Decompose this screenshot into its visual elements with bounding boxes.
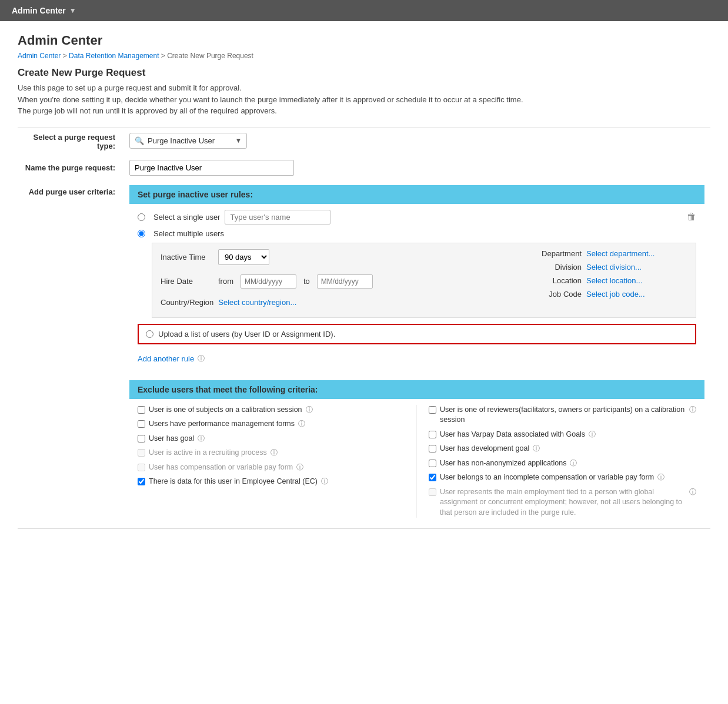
info-icon-8: ⓘ <box>589 430 596 440</box>
multiple-users-radio-row: Select multiple users <box>138 229 696 238</box>
exclude-item-calibration-subject: User is one of subjects on a calibration… <box>138 405 405 415</box>
top-nav-bar: Admin Center ▼ <box>0 0 728 21</box>
info-icon-10: ⓘ <box>570 458 577 468</box>
multiple-users-label: Select multiple users <box>153 229 224 238</box>
upload-row: Upload a list of users (by User ID or As… <box>138 324 696 344</box>
info-icon: ⓘ <box>198 354 205 364</box>
exclude-right-col: User is one of reviewers(facilitators, o… <box>417 405 696 518</box>
purge-type-dropdown[interactable]: 🔍 Purge Inactive User ▼ <box>129 133 247 149</box>
exclude-item-goal: User has goal ⓘ <box>138 434 405 444</box>
breadcrumb-sep1: > <box>61 52 69 60</box>
non-anon-checkbox[interactable] <box>429 460 436 467</box>
exclude-item-ec-data: There is data for this user in Employee … <box>138 477 405 487</box>
ec-data-checkbox[interactable] <box>138 478 145 485</box>
hire-date-label: Hire Date <box>161 277 213 286</box>
inactive-time-select[interactable]: 90 days 30 days 60 days 120 days 180 day… <box>218 249 269 265</box>
info-icon-5: ⓘ <box>296 462 303 472</box>
varpay-checkbox[interactable] <box>429 431 436 438</box>
incomplete-comp-checkbox[interactable] <box>429 474 436 481</box>
exclude-item-dev-goal: User has development goal ⓘ <box>429 444 696 454</box>
location-link[interactable]: Select location... <box>586 276 642 285</box>
exclude-item-incomplete-comp: User belongs to an incomplete compensati… <box>429 472 696 483</box>
main-content: Admin Center Admin Center > Data Retenti… <box>0 21 728 541</box>
calibration-reviewer-checkbox[interactable] <box>429 406 436 414</box>
info-icon-6: ⓘ <box>321 477 328 487</box>
calibration-subject-checkbox[interactable] <box>138 406 145 414</box>
single-user-label: Select a single user <box>153 213 220 222</box>
exclude-panel: Exclude users that meet the following cr… <box>129 380 704 524</box>
breadcrumb-link-admin-center[interactable]: Admin Center <box>18 52 61 60</box>
hire-date-from-input[interactable] <box>241 274 296 289</box>
exclude-item-non-anon: User has non-anonymized applications ⓘ <box>429 458 696 469</box>
breadcrumb: Admin Center > Data Retention Management… <box>18 52 710 60</box>
location-row: Location Select location... <box>540 276 687 285</box>
department-label: Department <box>540 249 582 258</box>
division-label: Division <box>540 263 582 271</box>
exclude-item-compensation: User has compensation or variable pay fo… <box>138 462 405 473</box>
jobcode-row: Job Code Select job code... <box>540 290 687 299</box>
hire-date-to-input[interactable] <box>317 274 373 289</box>
dropdown-arrow-icon: ▼ <box>69 6 76 15</box>
exclude-panel-header: Exclude users that meet the following cr… <box>129 380 704 399</box>
single-user-name-input[interactable] <box>225 210 330 224</box>
multiple-users-radio[interactable] <box>138 230 145 237</box>
desc-line3: The purge job will not run until it is a… <box>18 105 710 117</box>
chevron-down-icon: ▼ <box>235 137 242 144</box>
info-icon-12: ⓘ <box>689 487 696 497</box>
info-icon-9: ⓘ <box>533 444 540 454</box>
exclude-item-varpay: User has Varpay Data associated with Goa… <box>429 430 696 440</box>
breadcrumb-sep2: > <box>159 52 168 60</box>
info-icon-4: ⓘ <box>271 448 278 458</box>
upload-label: Upload a list of users (by User ID or As… <box>158 330 335 338</box>
multiple-users-grid: Inactive Time 90 days 30 days 60 days 12… <box>152 243 696 318</box>
location-label: Location <box>540 276 582 285</box>
name-cell <box>123 155 710 180</box>
breadcrumb-current: Create New Purge Request <box>167 52 253 60</box>
select-type-cell: 🔍 Purge Inactive User ▼ <box>123 128 710 155</box>
jobcode-label: Job Code <box>540 290 582 299</box>
upload-radio[interactable] <box>146 330 153 338</box>
division-link[interactable]: Select division... <box>586 263 642 271</box>
info-icon-3: ⓘ <box>198 434 205 444</box>
purge-name-input[interactable] <box>129 160 294 176</box>
delete-icon[interactable]: 🗑 <box>687 212 696 222</box>
top-nav-title[interactable]: Admin Center <box>12 6 66 15</box>
exclude-item-calibration-reviewer: User is one of reviewers(facilitators, o… <box>429 405 696 425</box>
jobcode-link[interactable]: Select job code... <box>586 290 645 299</box>
page-description: Use this page to set up a purge request … <box>18 82 710 117</box>
compensation-checkbox[interactable] <box>138 464 145 471</box>
add-rule-link[interactable]: Add another rule <box>138 354 194 363</box>
info-icon-11: ⓘ <box>657 472 664 482</box>
country-row: Country/Region Select country/region... <box>161 298 517 307</box>
info-icon-2: ⓘ <box>298 419 305 429</box>
perf-forms-checkbox[interactable] <box>138 420 145 428</box>
breadcrumb-link-data-retention[interactable]: Data Retention Management <box>69 52 159 60</box>
exclude-item-perf-forms: Users have performance management forms … <box>138 419 405 430</box>
single-user-radio[interactable] <box>138 213 145 221</box>
hire-date-row: Hire Date from to <box>161 274 517 289</box>
add-rule-row: Add another rule ⓘ <box>138 349 696 368</box>
criteria-label: Add purge user criteria: <box>18 180 123 529</box>
exclude-item-recruiting: User is active in a recruiting process ⓘ <box>138 448 405 458</box>
global-assignment-checkbox[interactable] <box>429 488 436 496</box>
desc-line2: When you're done setting it up, decide w… <box>18 94 710 106</box>
recruiting-checkbox[interactable] <box>138 449 145 457</box>
criteria-cell: Set purge inactive user rules: Select a … <box>123 180 710 529</box>
section-title: Create New Purge Request <box>18 67 710 79</box>
division-row: Division Select division... <box>540 263 687 271</box>
search-icon: 🔍 <box>135 136 144 145</box>
dev-goal-checkbox[interactable] <box>429 445 436 452</box>
goal-checkbox[interactable] <box>138 435 145 442</box>
purge-form: Select a purge requesttype: 🔍 Purge Inac… <box>18 128 710 529</box>
country-link[interactable]: Select country/region... <box>218 298 296 307</box>
from-label: from <box>218 277 233 286</box>
select-type-label: Select a purge requesttype: <box>18 128 123 155</box>
department-link[interactable]: Select department... <box>586 249 654 258</box>
name-label: Name the purge request: <box>18 155 123 180</box>
purge-type-value: Purge Inactive User <box>148 136 231 145</box>
inactive-time-row: Inactive Time 90 days 30 days 60 days 12… <box>161 249 517 265</box>
exclude-left-col: User is one of subjects on a calibration… <box>138 405 417 518</box>
exclude-item-global-assignment: User represents the main employment tied… <box>429 487 696 518</box>
criteria-panel-body: Select a single user 🗑 Select multiple u… <box>129 204 704 374</box>
inactive-time-label: Inactive Time <box>161 253 213 262</box>
